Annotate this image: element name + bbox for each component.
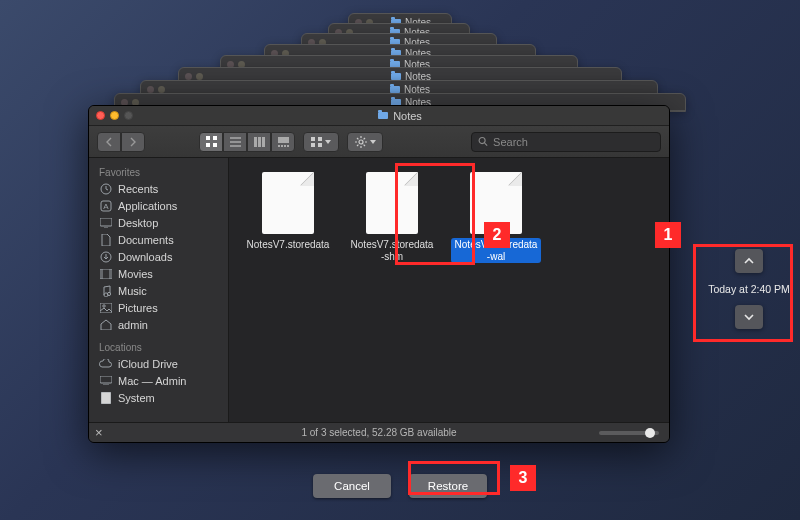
finder-window: Notes Favorites Recents AApplications De… — [88, 105, 670, 443]
sidebar-item-label: admin — [118, 319, 148, 331]
svg-rect-2 — [206, 143, 210, 147]
sidebar-item-label: System — [118, 392, 155, 404]
svg-line-25 — [363, 144, 364, 145]
app-icon: A — [99, 199, 112, 212]
svg-rect-42 — [100, 376, 112, 383]
sidebar-item-icloud[interactable]: iCloud Drive — [89, 355, 228, 372]
action-menu-button[interactable] — [347, 132, 383, 152]
cancel-button[interactable]: Cancel — [313, 474, 391, 498]
disk-icon — [99, 374, 112, 387]
timeline-up-button[interactable] — [735, 249, 763, 273]
svg-rect-1 — [213, 136, 217, 140]
sidebar-item-mac[interactable]: Mac — Admin — [89, 372, 228, 389]
file-item-selected[interactable]: NotesV7.storedata-wal — [451, 172, 541, 263]
cloud-icon — [99, 357, 112, 370]
traffic-close[interactable] — [96, 111, 105, 120]
sidebar: Favorites Recents AApplications Desktop … — [89, 158, 229, 422]
file-item[interactable]: NotesV7.storedata — [243, 172, 333, 252]
svg-rect-13 — [284, 145, 286, 147]
sidebar-item-documents[interactable]: Documents — [89, 231, 228, 248]
view-column-button[interactable] — [247, 132, 271, 152]
svg-line-24 — [357, 138, 358, 139]
file-item[interactable]: NotesV7.storedata-shm — [347, 172, 437, 263]
svg-rect-33 — [100, 218, 112, 226]
restore-button[interactable]: Restore — [409, 474, 487, 498]
download-icon — [99, 250, 112, 263]
svg-rect-0 — [206, 136, 210, 140]
timeline-label: Today at 2:40 PM — [708, 283, 790, 295]
svg-rect-18 — [318, 143, 322, 147]
sidebar-item-downloads[interactable]: Downloads — [89, 248, 228, 265]
view-list-button[interactable] — [223, 132, 247, 152]
sidebar-item-label: Pictures — [118, 302, 158, 314]
svg-line-29 — [485, 143, 487, 145]
view-gallery-button[interactable] — [271, 132, 295, 152]
picture-icon — [99, 301, 112, 314]
movie-icon — [99, 267, 112, 280]
search-field[interactable] — [471, 132, 661, 152]
music-icon — [99, 284, 112, 297]
file-label: NotesV7.storedata-shm — [347, 238, 437, 263]
svg-rect-11 — [278, 145, 280, 147]
svg-rect-14 — [287, 145, 289, 147]
sidebar-item-label: Music — [118, 285, 147, 297]
sidebar-header-favorites: Favorites — [89, 164, 228, 180]
nav-forward-button[interactable] — [121, 132, 145, 152]
close-icon[interactable]: × — [95, 426, 103, 439]
file-label: NotesV7.storedata-wal — [451, 238, 541, 263]
svg-rect-7 — [254, 137, 257, 147]
search-icon — [478, 136, 488, 147]
titlebar: Notes — [89, 106, 669, 126]
search-input[interactable] — [493, 136, 654, 148]
nav-back-button[interactable] — [97, 132, 121, 152]
sidebar-item-applications[interactable]: AApplications — [89, 197, 228, 214]
svg-point-19 — [359, 140, 363, 144]
traffic-minimize[interactable] — [110, 111, 119, 120]
file-label: NotesV7.storedata — [245, 238, 332, 252]
svg-rect-40 — [100, 303, 112, 313]
timeline-down-button[interactable] — [735, 305, 763, 329]
sidebar-item-label: Recents — [118, 183, 158, 195]
chevron-up-icon — [744, 257, 754, 265]
svg-rect-44 — [101, 392, 111, 404]
home-icon — [99, 318, 112, 331]
svg-rect-3 — [213, 143, 217, 147]
sidebar-item-desktop[interactable]: Desktop — [89, 214, 228, 231]
svg-rect-12 — [281, 145, 283, 147]
gear-icon — [355, 136, 367, 148]
sidebar-item-home[interactable]: admin — [89, 316, 228, 333]
sidebar-item-label: Applications — [118, 200, 177, 212]
svg-point-28 — [479, 138, 485, 144]
sidebar-header-locations: Locations — [89, 339, 228, 355]
sidebar-item-label: Downloads — [118, 251, 172, 263]
svg-text:A: A — [103, 202, 109, 211]
sidebar-item-movies[interactable]: Movies — [89, 265, 228, 282]
svg-rect-8 — [258, 137, 261, 147]
group-by-button[interactable] — [303, 132, 339, 152]
svg-rect-16 — [318, 137, 322, 141]
svg-rect-10 — [278, 137, 289, 143]
sidebar-item-music[interactable]: Music — [89, 282, 228, 299]
sidebar-item-label: Documents — [118, 234, 174, 246]
svg-line-26 — [357, 144, 358, 145]
sidebar-item-pictures[interactable]: Pictures — [89, 299, 228, 316]
timeline-nav: Today at 2:40 PM — [704, 249, 794, 329]
svg-rect-15 — [311, 137, 315, 141]
window-title: Notes — [138, 110, 662, 122]
file-grid: NotesV7.storedata NotesV7.storedata-shm … — [229, 158, 669, 422]
sidebar-item-label: iCloud Drive — [118, 358, 178, 370]
view-icon-button[interactable] — [199, 132, 223, 152]
sidebar-item-label: Movies — [118, 268, 153, 280]
sidebar-item-system[interactable]: System — [89, 389, 228, 406]
sidebar-item-label: Desktop — [118, 217, 158, 229]
svg-rect-17 — [311, 143, 315, 147]
disk-icon — [99, 391, 112, 404]
sidebar-item-label: Mac — Admin — [118, 375, 186, 387]
svg-rect-9 — [262, 137, 265, 147]
doc-icon — [99, 233, 112, 246]
svg-point-39 — [107, 292, 110, 295]
toolbar — [89, 126, 669, 158]
sidebar-item-recents[interactable]: Recents — [89, 180, 228, 197]
document-icon — [470, 172, 522, 234]
icon-size-slider[interactable] — [599, 431, 659, 435]
